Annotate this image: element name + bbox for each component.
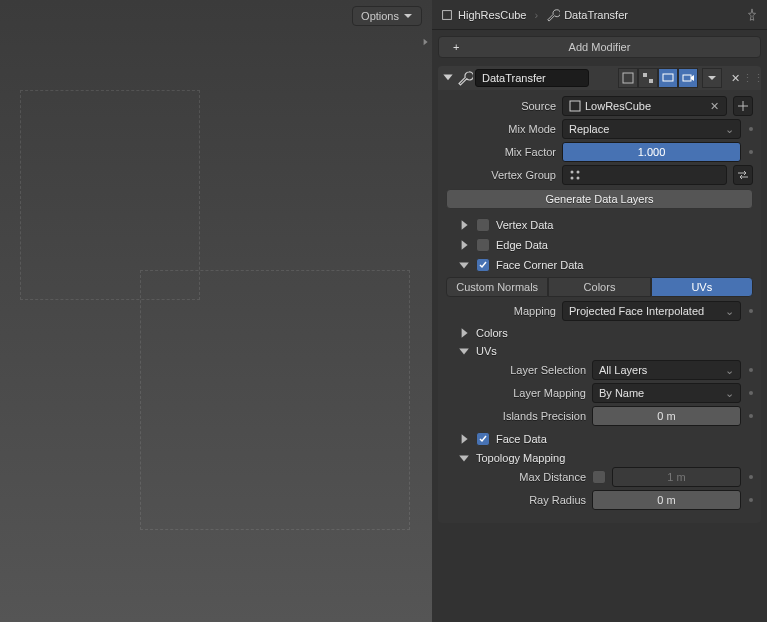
face-corner-data-label: Face Corner Data (496, 259, 583, 271)
layer-mapping-label: Layer Mapping (446, 387, 586, 399)
panel-collapse-arrow[interactable] (420, 32, 432, 52)
layer-mapping-dropdown[interactable]: By Name ⌄ (592, 383, 741, 403)
svg-rect-2 (643, 73, 647, 77)
wrench-icon (546, 8, 560, 22)
tab-uvs[interactable]: UVs (651, 277, 753, 297)
mix-factor-slider[interactable]: 1.000 (562, 142, 741, 162)
animate-dot[interactable] (749, 368, 753, 372)
ray-radius-label: Ray Radius (446, 494, 586, 506)
source-label: Source (446, 100, 556, 112)
mapping-label: Mapping (446, 305, 556, 317)
mix-mode-dropdown[interactable]: Replace ⌄ (562, 119, 741, 139)
cube-low-res (20, 90, 200, 300)
camera-icon (682, 72, 694, 84)
animate-dot[interactable] (749, 391, 753, 395)
islands-precision-label: Islands Precision (446, 410, 586, 422)
tab-custom-normals[interactable]: Custom Normals (446, 277, 548, 297)
svg-rect-4 (663, 74, 673, 81)
svg-point-7 (571, 171, 574, 174)
face-corner-tabs: Custom Normals Colors UVs (446, 277, 753, 297)
chevron-down-icon: ⌄ (725, 123, 734, 136)
face-data-checkbox[interactable] (476, 432, 490, 446)
expand-triangle-icon[interactable] (458, 219, 470, 231)
breadcrumb-modifier[interactable]: DataTransfer (546, 8, 628, 22)
wrench-icon (457, 70, 473, 86)
add-modifier-button[interactable]: + Add Modifier (438, 36, 761, 58)
chevron-down-icon: ⌄ (725, 387, 734, 400)
pin-icon[interactable] (745, 8, 759, 22)
vertex-data-checkbox[interactable] (476, 218, 490, 232)
layer-selection-label: Layer Selection (446, 364, 586, 376)
max-distance-label: Max Distance (446, 471, 586, 483)
edge-data-label: Edge Data (496, 239, 548, 251)
vertex-data-label: Vertex Data (496, 219, 553, 231)
chevron-down-icon (707, 73, 717, 83)
mode-toggle-cage[interactable] (618, 68, 638, 88)
source-object-picker[interactable]: LowResCube ✕ (562, 96, 727, 116)
modifier-properties-panel: HighResCube › DataTransfer + Add Modifie… (432, 0, 767, 622)
collapse-triangle-icon[interactable] (458, 259, 470, 271)
animate-dot[interactable] (749, 309, 753, 313)
tab-colors[interactable]: Colors (548, 277, 650, 297)
object-icon (569, 100, 581, 112)
mode-toggle-edit[interactable] (638, 68, 658, 88)
collapse-triangle-icon[interactable] (441, 71, 455, 85)
max-distance-input[interactable]: 1 m (612, 467, 741, 487)
mix-mode-label: Mix Mode (446, 123, 556, 135)
vertex-group-label: Vertex Group (446, 169, 556, 181)
animate-dot[interactable] (749, 498, 753, 502)
uvs-section-label: UVs (476, 345, 497, 357)
max-distance-checkbox[interactable] (592, 470, 606, 484)
viewport-3d[interactable]: Options (0, 0, 432, 622)
animate-dot[interactable] (749, 414, 753, 418)
animate-dot[interactable] (749, 475, 753, 479)
options-label: Options (361, 10, 399, 22)
svg-point-9 (571, 177, 574, 180)
panel-header: HighResCube › DataTransfer (432, 0, 767, 30)
svg-rect-1 (623, 73, 633, 83)
generate-data-layers-button[interactable]: Generate Data Layers (446, 189, 753, 209)
islands-precision-input[interactable]: 0 m (592, 406, 741, 426)
check-icon (478, 260, 488, 270)
chevron-down-icon (403, 11, 413, 21)
topology-mapping-label: Topology Mapping (476, 452, 565, 464)
mix-factor-label: Mix Factor (446, 146, 556, 158)
animate-dot[interactable] (749, 150, 753, 154)
colors-section-label: Colors (476, 327, 508, 339)
modifier-extras-dropdown[interactable] (702, 68, 722, 88)
arrows-icon (737, 169, 749, 181)
face-corner-data-checkbox[interactable] (476, 258, 490, 272)
plus-icon: + (453, 41, 459, 53)
source-transform-toggle[interactable] (733, 96, 753, 116)
mode-toggle-realtime[interactable] (658, 68, 678, 88)
vertex-group-picker[interactable] (562, 165, 727, 185)
viewport-options-dropdown[interactable]: Options (352, 6, 422, 26)
mode-toggle-render[interactable] (678, 68, 698, 88)
edit-mode-icon (642, 72, 654, 84)
animate-dot[interactable] (749, 127, 753, 131)
svg-rect-3 (649, 79, 653, 83)
modifier-name-input[interactable] (475, 69, 589, 87)
expand-triangle-icon[interactable] (458, 433, 470, 445)
collapse-triangle-icon[interactable] (458, 345, 470, 357)
ray-radius-input[interactable]: 0 m (592, 490, 741, 510)
axes-icon (737, 100, 749, 112)
expand-triangle-icon[interactable] (458, 327, 470, 339)
cage-icon (622, 72, 634, 84)
check-icon (478, 434, 488, 444)
display-icon (662, 72, 674, 84)
svg-rect-0 (443, 10, 452, 19)
edge-data-checkbox[interactable] (476, 238, 490, 252)
breadcrumb-object[interactable]: HighResCube (440, 8, 526, 22)
layer-selection-dropdown[interactable]: All Layers ⌄ (592, 360, 741, 380)
clear-source-button[interactable]: ✕ (708, 100, 720, 113)
collapse-triangle-icon[interactable] (458, 452, 470, 464)
mapping-dropdown[interactable]: Projected Face Interpolated ⌄ (562, 301, 741, 321)
drag-handle-icon[interactable]: ⋮⋮ (748, 69, 758, 87)
vertex-group-invert-button[interactable] (733, 165, 753, 185)
expand-triangle-icon[interactable] (458, 239, 470, 251)
svg-rect-5 (683, 75, 691, 81)
svg-point-10 (577, 177, 580, 180)
breadcrumb-separator: › (534, 9, 538, 21)
chevron-down-icon: ⌄ (725, 364, 734, 377)
